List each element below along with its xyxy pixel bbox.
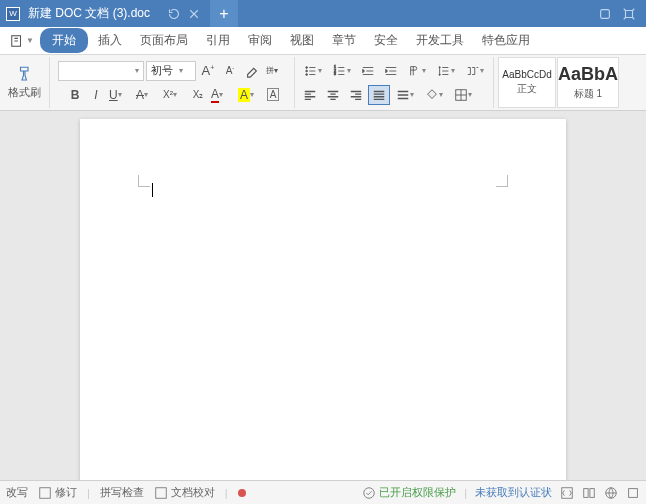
bold-button[interactable]: B (65, 85, 85, 105)
bullet-list-button[interactable]: ▾ (299, 61, 327, 81)
text-direction-button[interactable]: ▾ (403, 61, 431, 81)
menu-start[interactable]: 开始 (40, 28, 88, 53)
menu-layout[interactable]: 页面布局 (132, 28, 196, 53)
document-page[interactable] (80, 119, 566, 480)
title-bar: W 新建 DOC 文档 (3).doc + (0, 0, 646, 27)
format-painter-group: 格式刷 (4, 57, 50, 108)
svg-rect-10 (156, 487, 167, 498)
decrease-indent-button[interactable] (357, 61, 379, 81)
align-left-button[interactable] (299, 85, 321, 105)
svg-point-4 (306, 73, 308, 75)
font-color-button[interactable]: A▾ (209, 85, 235, 105)
line-spacing-button[interactable]: ▾ (432, 61, 460, 81)
record-dot-icon (238, 489, 246, 497)
status-sep: | (87, 487, 90, 499)
tab-title: 新建 DOC 文档 (3).doc (28, 5, 150, 22)
styles-group: AaBbCcDd 正文 AaBbA 标题 1 (498, 57, 620, 108)
svg-rect-12 (562, 487, 573, 498)
svg-rect-14 (590, 488, 594, 497)
highlight-button[interactable]: A▾ (236, 85, 262, 105)
menu-view[interactable]: 视图 (282, 28, 322, 53)
fit-width-icon[interactable] (560, 486, 574, 500)
status-bar: 改写 修订 | 拼写检查 文档校对 | 已开启权限保护 | 未获取到认证状 (0, 480, 646, 504)
char-border-button[interactable]: A (263, 85, 283, 105)
tab-refresh-icon[interactable] (168, 8, 180, 20)
align-right-button[interactable] (345, 85, 367, 105)
document-tab[interactable]: W 新建 DOC 文档 (3).doc (0, 0, 206, 27)
increase-indent-button[interactable] (380, 61, 402, 81)
web-layout-icon[interactable] (604, 486, 618, 500)
outline-icon[interactable] (626, 486, 640, 500)
style-heading1[interactable]: AaBbA 标题 1 (557, 57, 619, 108)
view-mode-icon[interactable] (582, 486, 596, 500)
status-permission[interactable]: 已开启权限保护 (362, 485, 456, 500)
svg-text:3: 3 (334, 72, 336, 76)
align-center-button[interactable] (322, 85, 344, 105)
workspace[interactable] (0, 111, 646, 480)
margin-mark-tl (138, 175, 150, 187)
status-spellcheck[interactable]: 拼写检查 (100, 485, 144, 500)
increase-font-button[interactable]: A+ (198, 61, 218, 81)
clear-format-button[interactable] (242, 61, 262, 81)
text-cursor (152, 183, 153, 197)
style-normal[interactable]: AaBbCcDd 正文 (498, 57, 556, 108)
change-case-button[interactable]: 拼▾ (264, 61, 290, 81)
titlebar-icon-2[interactable] (622, 7, 636, 21)
style-normal-label: 正文 (517, 82, 537, 96)
svg-point-2 (306, 66, 308, 68)
margin-mark-tr (496, 175, 508, 187)
svg-rect-16 (629, 488, 638, 497)
svg-rect-9 (40, 487, 51, 498)
distribute-button[interactable]: ▾ (391, 85, 419, 105)
style-heading1-label: 标题 1 (574, 87, 602, 101)
status-rewrite[interactable]: 改写 (6, 485, 28, 500)
svg-point-3 (306, 70, 308, 72)
font-family-select[interactable]: ▾ (58, 61, 144, 81)
menu-security[interactable]: 安全 (366, 28, 406, 53)
superscript-button[interactable]: X²▾ (161, 85, 187, 105)
font-size-select[interactable]: 初号▾ (146, 61, 196, 81)
format-painter-icon[interactable] (16, 65, 34, 83)
svg-rect-13 (584, 488, 588, 497)
menu-bar: ▼ 开始 插入 页面布局 引用 审阅 视图 章节 安全 开发工具 特色应用 (0, 27, 646, 55)
menu-reference[interactable]: 引用 (198, 28, 238, 53)
file-menu-button[interactable]: ▼ (6, 32, 38, 50)
borders-button[interactable]: ▾ (449, 85, 477, 105)
decrease-font-button[interactable]: A- (220, 61, 240, 81)
menu-special[interactable]: 特色应用 (474, 28, 538, 53)
svg-point-11 (364, 487, 375, 498)
doc-icon: W (6, 7, 20, 21)
shading-button[interactable]: ▾ (420, 85, 448, 105)
style-heading1-preview: AaBbA (558, 64, 618, 85)
number-list-button[interactable]: 123▾ (328, 61, 356, 81)
strikethrough-button[interactable]: A▾ (134, 85, 160, 105)
menu-section[interactable]: 章节 (324, 28, 364, 53)
menu-insert[interactable]: 插入 (90, 28, 130, 53)
status-doccheck[interactable]: 文档校对 (154, 485, 215, 500)
tab-stops-button[interactable]: ▾ (461, 61, 489, 81)
svg-rect-0 (601, 9, 610, 18)
font-group: ▾ 初号▾ A+ A- 拼▾ B I U▾ A▾ X²▾ X₂ A▾ A▾ A (54, 57, 294, 108)
new-tab-button[interactable]: + (210, 0, 238, 27)
subscript-button[interactable]: X₂ (188, 85, 208, 105)
align-justify-button[interactable] (368, 85, 390, 105)
menu-review[interactable]: 审阅 (240, 28, 280, 53)
italic-button[interactable]: I (86, 85, 106, 105)
status-revision[interactable]: 修订 (38, 485, 77, 500)
status-record[interactable] (238, 489, 246, 497)
ribbon: 格式刷 ▾ 初号▾ A+ A- 拼▾ B I U▾ A▾ X²▾ X₂ A▾ A… (0, 55, 646, 111)
underline-button[interactable]: U▾ (107, 85, 133, 105)
status-cert[interactable]: 未获取到认证状 (475, 485, 552, 500)
tab-close-icon[interactable] (188, 8, 200, 20)
style-normal-preview: AaBbCcDd (502, 69, 551, 80)
paragraph-group: ▾ 123▾ ▾ ▾ ▾ ▾ ▾ ▾ (294, 57, 494, 108)
format-painter-label: 格式刷 (8, 85, 41, 100)
menu-dev[interactable]: 开发工具 (408, 28, 472, 53)
titlebar-icon-1[interactable] (598, 7, 612, 21)
